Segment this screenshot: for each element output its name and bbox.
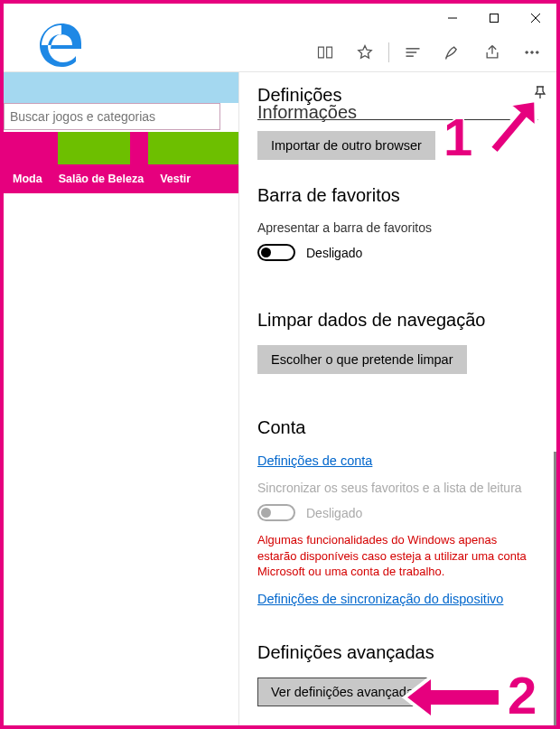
favorites-toggle-state: Desligado <box>306 246 362 260</box>
content-area: Moda Salão de Beleza Vestir Definições I… <box>4 72 556 729</box>
settings-panel: Definições Informações Importar de outro… <box>238 72 556 729</box>
edge-window: Moda Salão de Beleza Vestir Definições I… <box>4 4 556 725</box>
account-settings-link[interactable]: Definições de conta <box>257 453 372 468</box>
cutoff-section-title: Informações <box>257 102 538 123</box>
favorites-bar-header: Barra de favoritos <box>257 185 538 206</box>
sync-toggle <box>257 504 295 521</box>
import-browser-button[interactable]: Importar de outro browser <box>257 131 435 160</box>
account-header: Conta <box>257 417 538 438</box>
page-search-row <box>4 103 238 132</box>
svg-rect-1 <box>490 14 499 23</box>
close-button[interactable] <box>515 4 556 33</box>
svg-point-9 <box>537 51 539 53</box>
browser-toolbar <box>4 33 556 72</box>
page-sky <box>4 72 238 103</box>
toolbar-separator <box>388 42 389 62</box>
svg-point-8 <box>531 51 534 53</box>
nav-item-vestir[interactable]: Vestir <box>160 173 191 185</box>
page-nav: Moda Salão de Beleza Vestir <box>4 164 238 193</box>
more-menu-icon[interactable] <box>512 33 552 72</box>
search-input[interactable] <box>4 103 220 130</box>
scrollbar-thumb[interactable] <box>554 452 556 729</box>
webpage-background: Moda Salão de Beleza Vestir <box>4 72 238 729</box>
hub-icon[interactable] <box>393 33 433 72</box>
favorites-toggle[interactable] <box>257 244 295 261</box>
choose-clear-button[interactable]: Escolher o que pretende limpar <box>257 345 467 374</box>
sync-label: Sincronizar os seus favoritos e a lista … <box>257 481 538 495</box>
reading-view-icon[interactable] <box>305 33 345 72</box>
device-sync-link[interactable]: Definições de sincronização do dispositi… <box>257 592 503 606</box>
sync-toggle-state: Desligado <box>306 506 362 520</box>
page-blank <box>4 193 238 729</box>
view-advanced-button[interactable]: Ver definições avançadas <box>257 678 434 706</box>
page-banner <box>4 132 238 164</box>
pin-icon[interactable] <box>533 85 547 103</box>
maximize-button[interactable] <box>473 4 515 33</box>
minimize-button[interactable] <box>432 4 473 33</box>
favorite-star-icon[interactable] <box>345 33 385 72</box>
clear-data-header: Limpar dados de navegação <box>257 310 538 331</box>
sync-warning-text: Algumas funcionalidades do Windows apena… <box>257 532 538 580</box>
web-note-icon[interactable] <box>433 33 472 72</box>
advanced-header: Definições avançadas <box>257 642 538 663</box>
nav-item-moda[interactable]: Moda <box>13 173 42 185</box>
edge-logo-icon <box>36 20 87 74</box>
svg-point-7 <box>526 51 528 53</box>
share-icon[interactable] <box>472 33 512 72</box>
nav-item-salao[interactable]: Salão de Beleza <box>59 173 145 185</box>
favorites-toggle-label: Apresentar a barra de favoritos <box>257 220 538 235</box>
